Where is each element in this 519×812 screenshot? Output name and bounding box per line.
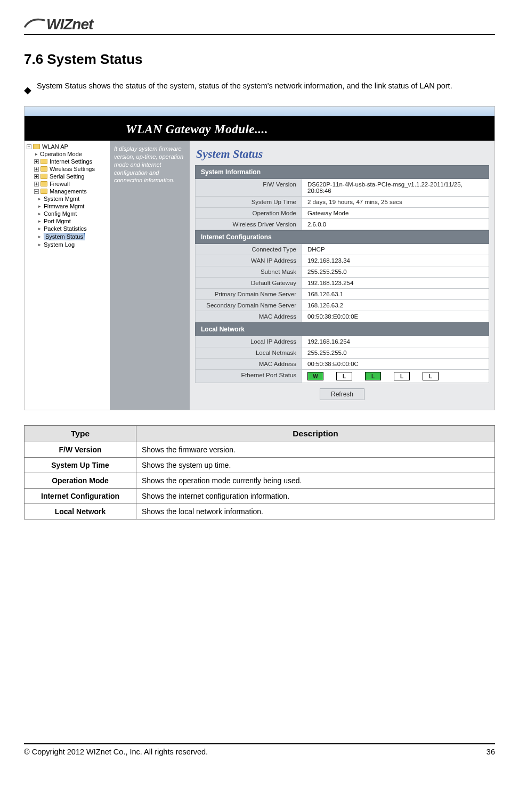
row-value: 192.168.123.34 [302, 255, 489, 266]
ethernet-port-icon: L [423, 372, 439, 380]
nav-tree: −WLAN AP ▸Operation Mode +Internet Setti… [25, 141, 110, 410]
tree-item[interactable]: +Serial Setting [26, 173, 109, 180]
tree-label: System Log [44, 241, 75, 248]
tree-root[interactable]: −WLAN AP [26, 143, 109, 150]
table-row: Wireless Driver Version2.6.0.0 [195, 219, 489, 230]
table-row: Default Gateway192.168.123.254 [195, 278, 489, 289]
embedded-screenshot: WLAN Gateway Module.... −WLAN AP ▸Operat… [24, 106, 495, 410]
tree-label: Serial Setting [50, 173, 84, 180]
tree-item[interactable]: +Internet Settings [26, 158, 109, 165]
tree-child[interactable]: System Mgmt [26, 195, 109, 202]
tree-item[interactable]: +Firewall [26, 180, 109, 188]
row-key: Connected Type [196, 244, 302, 255]
table-head-row: Type Description [25, 426, 495, 442]
intro-text: System Status shows the status of the sy… [37, 78, 495, 94]
table-row: MAC Address00:50:38:E0:00:0E [195, 311, 489, 322]
table-row: Local IP Address192.168.16.254 [195, 336, 489, 347]
table-row: Local Netmask255.255.255.0 [195, 347, 489, 359]
row-value: 00:50:38:E0:00:0C [302, 359, 489, 369]
local-header: Local Network [195, 322, 489, 336]
logo-text: WIZnet [46, 16, 93, 33]
table-row: Ethernet Port Status W L L L L [195, 370, 489, 383]
refresh-button[interactable]: Refresh [320, 388, 364, 400]
tree-label: Operation Mode [40, 151, 82, 157]
tree-root-label: WLAN AP [42, 143, 68, 150]
window-titlebar [25, 107, 494, 116]
tree-child-selected[interactable]: System Status [26, 232, 109, 241]
row-value: 00:50:38:E0:00:0E [302, 311, 489, 322]
sysinfo-header: System Information [195, 165, 489, 179]
cell-desc: Shows the local network information. [136, 504, 495, 519]
tree-label: Managements [50, 188, 87, 194]
ethernet-port-icon: L [365, 372, 381, 380]
table-row: Operation ModeShows the operation mode c… [25, 473, 495, 489]
row-value: 255.255.255.0 [302, 347, 489, 358]
refresh-row: Refresh [195, 383, 489, 402]
content-title: System Status [196, 147, 489, 161]
expand-icon[interactable]: + [34, 174, 39, 179]
arrow-icon: ▸ [35, 151, 38, 157]
collapse-icon[interactable]: − [27, 144, 31, 149]
row-key: Default Gateway [196, 278, 302, 288]
th-desc: Description [136, 426, 495, 442]
tree-child[interactable]: Firmware Mgmt [26, 202, 109, 210]
copyright-text: © Copyright 2012 WIZnet Co., Inc. All ri… [24, 748, 208, 756]
row-key: Subnet Mask [196, 266, 302, 277]
cell-type: System Up Time [25, 458, 136, 473]
row-key: Operation Mode [196, 208, 302, 218]
intro-bullet: ◆ System Status shows the status of the … [24, 78, 495, 100]
row-key: Secondary Domain Name Server [196, 300, 302, 311]
app-banner: WLAN Gateway Module.... [25, 116, 494, 141]
row-key: Local Netmask [196, 347, 302, 358]
row-value: 168.126.63.2 [302, 300, 489, 311]
th-type: Type [25, 426, 136, 442]
table-row: Secondary Domain Name Server168.126.63.2 [195, 300, 489, 311]
tree-child[interactable]: Port Mgmt [26, 217, 109, 225]
page-number: 36 [486, 748, 495, 756]
diamond-bullet-icon: ◆ [24, 80, 31, 100]
row-value: 192.168.16.254 [302, 336, 489, 347]
tree-label: Internet Settings [50, 158, 92, 165]
ethernet-port-icon: L [336, 372, 352, 380]
tree-label: Config Mgmt [44, 210, 77, 217]
folder-icon [40, 181, 47, 186]
collapse-icon[interactable]: − [34, 189, 39, 194]
cell-type: Internet Configuration [25, 489, 136, 504]
expand-icon[interactable]: + [34, 167, 39, 172]
tree-label: System Status [44, 233, 85, 240]
table-row: System Up TimeShows the system up time. [25, 458, 495, 473]
tree-label: Port Mgmt [44, 218, 71, 224]
logo-swoosh-icon [24, 16, 45, 33]
tree-item[interactable]: ▸Operation Mode [26, 150, 109, 158]
tree-label: Firmware Mgmt [44, 203, 84, 209]
row-value: DHCP [302, 244, 489, 255]
row-key: MAC Address [196, 359, 302, 369]
row-value: Gateway Mode [302, 208, 489, 218]
tree-item[interactable]: +Wireless Settings [26, 165, 109, 173]
row-value: 2.6.0.0 [302, 219, 489, 230]
table-row: Primary Domain Name Server168.126.63.1 [195, 289, 489, 300]
port-status-cell: W L L L L [302, 370, 489, 383]
tree-item[interactable]: −Managements [26, 188, 109, 195]
cell-desc: Shows the internet configuration informa… [136, 489, 495, 504]
row-value: 168.126.63.1 [302, 289, 489, 299]
cell-type: F/W Version [25, 442, 136, 458]
ethernet-port-icon: W [307, 372, 323, 380]
cell-desc: Shows the system up time. [136, 458, 495, 473]
tree-label: Firewall [50, 181, 70, 187]
cell-type: Operation Mode [25, 473, 136, 489]
tree-child[interactable]: Config Mgmt [26, 210, 109, 217]
expand-icon[interactable]: + [34, 182, 39, 186]
table-row: WAN IP Address192.168.123.34 [195, 255, 489, 266]
table-row: Operation ModeGateway Mode [195, 208, 489, 219]
ethernet-port-icon: L [394, 372, 410, 380]
table-row: Internet ConfigurationShows the internet… [25, 489, 495, 504]
tree-child[interactable]: System Log [26, 241, 109, 248]
table-row: Connected TypeDHCP [195, 244, 489, 255]
tree-child[interactable]: Packet Statistics [26, 225, 109, 232]
table-row: F/W VersionDS620P-11n-4M-usb-sta-PCIe-ms… [195, 179, 489, 197]
folder-icon [40, 166, 47, 172]
row-value: 2 days, 19 hours, 47 mins, 25 secs [302, 197, 489, 207]
expand-icon[interactable]: + [34, 159, 39, 164]
row-value: 255.255.255.0 [302, 266, 489, 277]
